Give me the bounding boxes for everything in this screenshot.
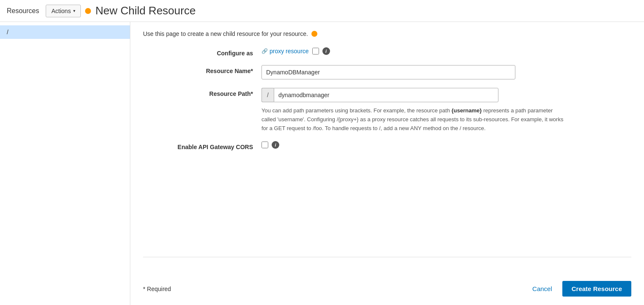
resource-path-row: Resource Path* / You can add path parame… — [143, 88, 631, 133]
external-link-icon: 🔗 — [261, 48, 268, 54]
cors-info-icon[interactable]: i — [272, 141, 279, 149]
footer-bar: * Required Cancel Create Resource — [143, 274, 631, 297]
actions-button[interactable]: Actions ▾ — [46, 5, 81, 17]
help-text-bold: {username} — [451, 107, 482, 114]
resource-path-label: Resource Path* — [143, 88, 261, 97]
description-text: Use this page to create a new child reso… — [143, 30, 308, 37]
configure-as-inline: 🔗 proxy resource i — [261, 47, 330, 55]
cors-checkbox[interactable] — [261, 142, 268, 148]
path-prefix: / — [261, 88, 274, 102]
resource-name-label-text: Resource Name* — [206, 68, 253, 74]
description-row: Use this page to create a new child reso… — [143, 30, 631, 37]
proxy-resource-info-icon[interactable]: i — [322, 47, 330, 55]
configure-as-controls: 🔗 proxy resource i — [261, 47, 631, 55]
resource-name-label: Resource Name* — [143, 65, 261, 74]
path-input-group: / — [261, 88, 498, 102]
proxy-resource-link-text: proxy resource — [270, 48, 309, 54]
main-layout: / Use this page to create a new child re… — [0, 22, 644, 305]
resources-label: Resources — [7, 7, 39, 15]
cors-row: Enable API Gateway CORS i — [143, 141, 631, 150]
resource-path-controls: / You can add path parameters using brac… — [261, 88, 631, 133]
configure-as-label-text: Configure as — [217, 50, 253, 57]
cors-label: Enable API Gateway CORS — [143, 141, 261, 150]
actions-label: Actions — [51, 8, 71, 14]
footer-buttons: Cancel Create Resource — [527, 281, 631, 297]
content-area: Use this page to create a new child reso… — [130, 22, 644, 305]
resource-name-row: Resource Name* — [143, 65, 631, 79]
sidebar: / — [0, 22, 130, 305]
required-note: * Required — [143, 286, 171, 292]
cors-controls: i — [261, 141, 631, 149]
header: Resources Actions ▾ New Child Resource — [0, 0, 644, 22]
help-text-part1: You can add path parameters using bracke… — [261, 107, 451, 114]
resource-path-label-text: Resource Path* — [209, 90, 253, 97]
help-text: You can add path parameters using bracke… — [261, 106, 566, 133]
cors-inline: i — [261, 141, 279, 149]
proxy-resource-checkbox[interactable] — [312, 48, 319, 54]
configure-as-row: Configure as 🔗 proxy resource i — [143, 47, 631, 57]
actions-caret-icon: ▾ — [73, 8, 75, 13]
page-title: New Child Resource — [95, 4, 195, 17]
sidebar-item-root[interactable]: / — [0, 25, 130, 39]
form: Configure as 🔗 proxy resource i — [143, 47, 631, 159]
cancel-button[interactable]: Cancel — [527, 282, 557, 296]
orange-dot-description — [311, 31, 317, 37]
cors-label-text: Enable API Gateway CORS — [178, 144, 253, 150]
footer-divider — [143, 257, 631, 257]
create-resource-button[interactable]: Create Resource — [562, 281, 631, 297]
configure-as-label: Configure as — [143, 47, 261, 57]
resource-name-input[interactable] — [261, 65, 515, 79]
orange-dot-header — [85, 8, 91, 14]
sidebar-item-label: / — [7, 29, 8, 35]
resource-name-controls — [261, 65, 631, 79]
proxy-resource-link[interactable]: 🔗 proxy resource — [261, 48, 309, 54]
spacer — [143, 159, 631, 257]
resource-path-input[interactable] — [274, 88, 498, 102]
